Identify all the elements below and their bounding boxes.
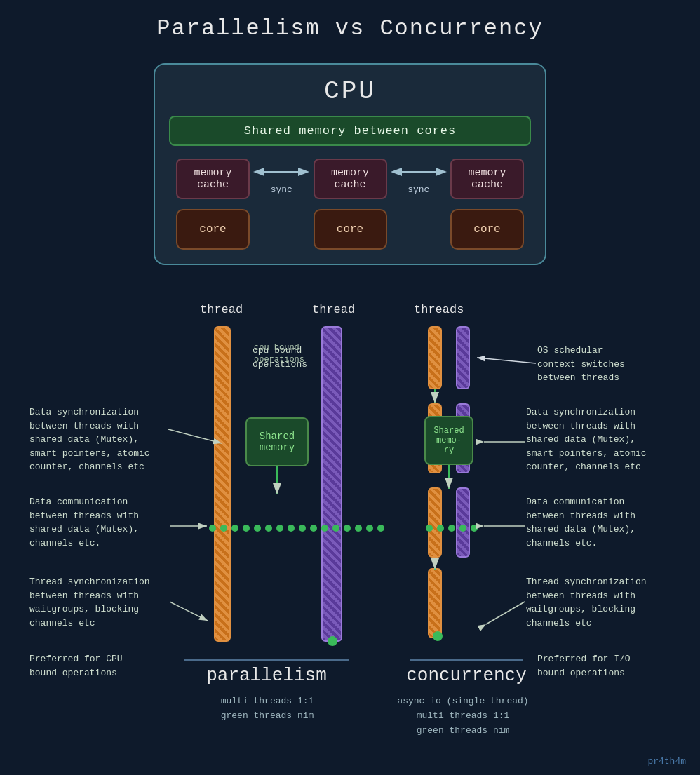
conc-thread-bar-p3	[456, 487, 470, 558]
concurrency-sublabel: async io (single thread)multi threads 1:…	[396, 694, 530, 738]
cache-box-2: memorycache	[314, 159, 387, 199]
parallel-thread-bar-2	[321, 326, 342, 642]
shared-memory-concurrency: Sharedmemo-ry	[424, 416, 473, 465]
annotation-data-comm-parallel: Data communicationbetween threads withsh…	[29, 495, 170, 550]
conc-thread-bar-1	[428, 326, 442, 389]
cpu-diagram: CPU Shared memory between cores memoryca…	[154, 63, 546, 265]
parallelism-label: parallelism	[182, 665, 351, 686]
annotation-data-comm-conc: Data communicationbetween threads withsh…	[526, 495, 673, 550]
cache-row: memorycache sync memorycache sync memory…	[169, 159, 531, 199]
sync-label-2: sync	[408, 184, 429, 195]
end-dot-parallelism	[328, 636, 337, 646]
annotation-preferred-parallel: Preferred for CPUbound operations	[29, 652, 163, 680]
shared-memory-parallelism: Shared memory	[245, 417, 309, 466]
annotation-thread-sync-parallel: Thread synchronizationbetween threads wi…	[29, 575, 170, 630]
watermark: pr4th4m	[647, 756, 686, 767]
core-box-3: core	[450, 209, 524, 250]
divider-parallelism	[184, 659, 349, 661]
cpu-label: CPU	[169, 77, 531, 106]
thread-label-1: thread	[200, 303, 243, 316]
cache-box-1: memorycache	[176, 159, 250, 199]
annotation-thread-sync-conc: Thread synchronizationbetween threads wi…	[526, 575, 673, 630]
conc-thread-bar-p1	[456, 326, 470, 389]
cpu-bound-label: cpu boundoperations	[254, 342, 304, 366]
annotation-data-sync-conc: Data synchronizationbetween threads with…	[526, 405, 673, 474]
conc-thread-bar-4	[428, 568, 442, 638]
core-box-1: core	[176, 209, 250, 250]
svg-line-8	[477, 358, 536, 363]
annotation-preferred-conc: Preferred for I/Obound operations	[537, 652, 678, 680]
core-row: core core core	[169, 209, 531, 250]
shared-memory-bar: Shared memory between cores	[169, 116, 531, 146]
threads-label: threads	[414, 303, 464, 316]
cache-arrow-2: sync	[391, 163, 447, 195]
dots-parallelism	[209, 525, 384, 532]
page-title: Parallelism vs Concurrency	[0, 0, 700, 48]
sync-label-1: sync	[271, 184, 292, 195]
end-dot-concurrency	[433, 631, 443, 641]
annotation-os-schedular: OS schedularcontext switchesbetween thre…	[537, 344, 678, 385]
parallel-thread-bar-1	[214, 326, 231, 642]
concurrency-label: concurrency	[403, 665, 530, 686]
thread-label-2: thread	[312, 303, 355, 316]
svg-line-7	[170, 602, 208, 621]
svg-line-11	[486, 602, 525, 624]
cpu-container: CPU Shared memory between cores memoryca…	[154, 63, 546, 265]
cache-box-3: memorycache	[450, 159, 524, 199]
divider-concurrency	[410, 659, 523, 661]
cache-arrow-1: sync	[253, 163, 309, 195]
annotation-data-sync-parallel: Data synchronizationbetween threads with…	[29, 405, 170, 474]
parallelism-sublabel: multi threads 1:1green threads nim	[184, 694, 351, 724]
dots-concurrency	[426, 525, 478, 532]
conc-thread-bar-3	[428, 487, 442, 558]
core-box-2: core	[314, 209, 387, 250]
